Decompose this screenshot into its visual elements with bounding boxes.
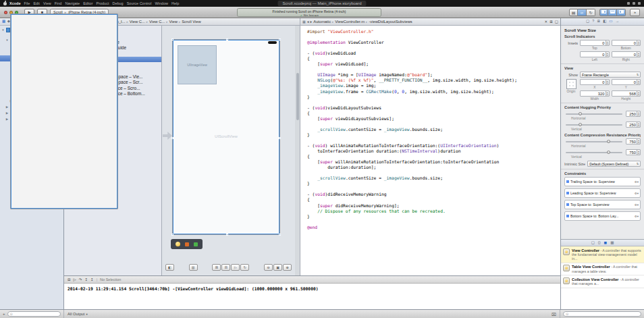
disclosure-icon[interactable]: ▶ bbox=[5, 105, 9, 109]
hide-debug-area-icon[interactable]: ⊟ bbox=[68, 277, 71, 282]
disclosure-icon[interactable]: ▶ bbox=[5, 111, 9, 115]
image-view[interactable]: UIImageView bbox=[178, 45, 217, 84]
priority-field[interactable]: 750▴▾ bbox=[626, 138, 641, 144]
x-field[interactable]: 0▴▾ bbox=[580, 79, 610, 85]
apple-menu-icon[interactable] bbox=[3, 2, 7, 5]
jumpbar-item[interactable]: View C... bbox=[130, 20, 145, 24]
constraint-row[interactable]: Bottom Space to: Bottom Lay...⚙▾ bbox=[564, 211, 641, 221]
debug-console[interactable]: 2014-02-19 11:29:41.154 Scroll[3464:70b]… bbox=[64, 284, 560, 309]
first-responder-dock-icon[interactable] bbox=[185, 242, 189, 246]
storyboard-canvas[interactable]: UIImageView UIScrollView bbox=[162, 26, 295, 275]
menu-product[interactable]: Product bbox=[97, 1, 109, 5]
step-into-icon[interactable]: ↧ bbox=[84, 277, 88, 282]
slider-knob[interactable] bbox=[607, 140, 610, 143]
update-frames-button[interactable]: ↻ bbox=[240, 264, 249, 271]
library-filter-field[interactable]: ⊙ bbox=[563, 311, 641, 317]
history-back-icon[interactable]: ◂ bbox=[307, 20, 309, 24]
menu-edit[interactable]: Edit bbox=[33, 1, 39, 5]
zoom-out-button[interactable]: ⊖ bbox=[264, 264, 273, 271]
view-controller-dock-icon[interactable] bbox=[176, 242, 180, 246]
stepper-icon[interactable]: ▴▾ bbox=[606, 52, 609, 57]
slider-knob[interactable] bbox=[607, 151, 610, 154]
jumpbar-item[interactable]: Scroll View bbox=[182, 20, 201, 24]
selection-handle[interactable] bbox=[226, 38, 228, 41]
stepper-icon[interactable]: ▴▾ bbox=[606, 80, 609, 84]
jumpbar-item[interactable]: View C... bbox=[149, 20, 165, 24]
editor-split-scrollbar[interactable] bbox=[295, 26, 300, 275]
width-field[interactable]: 320▴▾ bbox=[580, 90, 610, 97]
stepper-icon[interactable]: ▴▾ bbox=[606, 91, 609, 96]
stepper-icon[interactable]: ▴▾ bbox=[637, 139, 640, 144]
disclosure-icon[interactable]: ▼ bbox=[1, 28, 5, 32]
close-assistant-icon[interactable]: ✕ bbox=[545, 20, 548, 24]
left-field[interactable]: 0▴▾ bbox=[580, 51, 610, 57]
slider-knob[interactable] bbox=[579, 123, 582, 126]
source-editor[interactable]: #import "ViewController.h" @implementati… bbox=[300, 26, 560, 275]
menu-editor[interactable]: Editor bbox=[83, 1, 92, 5]
show-dropdown[interactable]: Frame Rectangle ⇅ bbox=[580, 72, 641, 78]
constraint-row[interactable]: Trailing Space to: Superview⚙▾ bbox=[564, 177, 641, 186]
gear-icon[interactable]: ⚙▾ bbox=[635, 215, 639, 218]
stepper-icon[interactable]: ▴▾ bbox=[606, 41, 609, 45]
menu-window[interactable]: Window bbox=[155, 1, 168, 5]
standard-editor-button[interactable]: ▤ bbox=[569, 9, 578, 16]
zoom-in-button[interactable]: ⊕ bbox=[283, 264, 292, 271]
menu-xcode[interactable]: Xcode bbox=[9, 1, 21, 5]
selection-handle[interactable] bbox=[226, 234, 228, 236]
navigator-toggle-button[interactable] bbox=[599, 9, 608, 16]
priority-field[interactable]: 250▴▾ bbox=[626, 111, 641, 117]
jumpbar-item[interactable]: -viewDidLayoutSubviews bbox=[369, 20, 412, 24]
constraint-row[interactable]: Leading Space to: Superview⚙▾ bbox=[564, 188, 641, 198]
jumpbar-item[interactable]: View bbox=[169, 20, 177, 24]
add-assistant-editor-icon[interactable]: ⊞ bbox=[549, 20, 553, 24]
size-inspector-icon[interactable]: ▭ bbox=[609, 20, 612, 24]
selection-handle[interactable] bbox=[171, 137, 173, 139]
priority-slider[interactable] bbox=[566, 124, 622, 126]
disclosure-icon[interactable]: ▶ bbox=[5, 117, 9, 121]
object-library-icon[interactable]: ◼ bbox=[604, 241, 608, 245]
menu-find[interactable]: Find bbox=[55, 1, 62, 5]
stepper-icon[interactable]: ▴▾ bbox=[637, 111, 640, 116]
library-item[interactable]: Table View Controller - A controller tha… bbox=[561, 263, 644, 276]
clear-console-icon[interactable]: ⌧ bbox=[552, 312, 556, 317]
quick-help-inspector-icon[interactable]: ? bbox=[592, 20, 594, 24]
slider-knob[interactable] bbox=[579, 112, 582, 115]
debug-area-toggle-button[interactable] bbox=[608, 9, 617, 16]
origin-grid[interactable] bbox=[566, 79, 576, 89]
selection-handle[interactable] bbox=[171, 38, 173, 41]
split-layout-icon[interactable]: ▢ bbox=[555, 20, 558, 24]
stepper-icon[interactable]: ▴▾ bbox=[637, 41, 640, 45]
menu-debug[interactable]: Debug bbox=[112, 1, 123, 5]
menu-help[interactable]: Help bbox=[171, 1, 179, 5]
file-template-library-icon[interactable]: ▢ bbox=[591, 241, 595, 245]
selection-handle[interactable] bbox=[171, 234, 173, 236]
related-items-icon[interactable]: ▦ bbox=[302, 20, 306, 24]
toolbar-overflow-button[interactable]: » bbox=[630, 9, 640, 16]
media-library-icon[interactable]: ▦ bbox=[610, 241, 614, 245]
stepper-icon[interactable]: ▴▾ bbox=[637, 52, 640, 57]
top-field[interactable]: 0▴▾ bbox=[580, 40, 610, 46]
right-field[interactable]: 0▴▾ bbox=[612, 51, 641, 57]
menu-navigate[interactable]: Navigate bbox=[65, 1, 80, 5]
library-item[interactable]: View Controller - A controller that supp… bbox=[561, 246, 644, 263]
step-over-icon[interactable]: ↷ bbox=[79, 277, 82, 282]
height-field[interactable]: 568▴▾ bbox=[612, 90, 641, 97]
gear-icon[interactable]: ⚙▾ bbox=[635, 180, 639, 184]
zoom-reset-button[interactable]: ▣ bbox=[273, 264, 282, 271]
resizing-behavior-button[interactable]: ▥ bbox=[189, 264, 198, 271]
constraint-row[interactable]: Top Space to: Superview⚙▾ bbox=[564, 200, 641, 209]
version-editor-button[interactable]: ↻ bbox=[587, 9, 595, 16]
jumpbar-item[interactable]: ViewController.m bbox=[335, 20, 365, 24]
library-item[interactable]: Collection View Controller - A controlle… bbox=[561, 275, 644, 288]
attributes-inspector-icon[interactable]: ◧ bbox=[603, 20, 606, 24]
history-forward-icon[interactable]: ▸ bbox=[311, 20, 313, 24]
disclosure-icon[interactable]: ▼ bbox=[5, 38, 9, 42]
intrinsic-size-dropdown[interactable]: Default (System Defined) ⇅ bbox=[587, 161, 641, 167]
outline-item[interactable]: ▼View Controller Scene bbox=[64, 28, 161, 34]
add-icon[interactable]: + bbox=[3, 312, 5, 316]
outline-toggle-button[interactable]: ◧ bbox=[165, 264, 174, 271]
selection-handle[interactable] bbox=[279, 38, 281, 41]
connections-inspector-icon[interactable]: → bbox=[615, 20, 619, 24]
priority-field[interactable]: 250▴▾ bbox=[626, 122, 641, 128]
menu-source-control[interactable]: Source Control bbox=[127, 1, 152, 5]
